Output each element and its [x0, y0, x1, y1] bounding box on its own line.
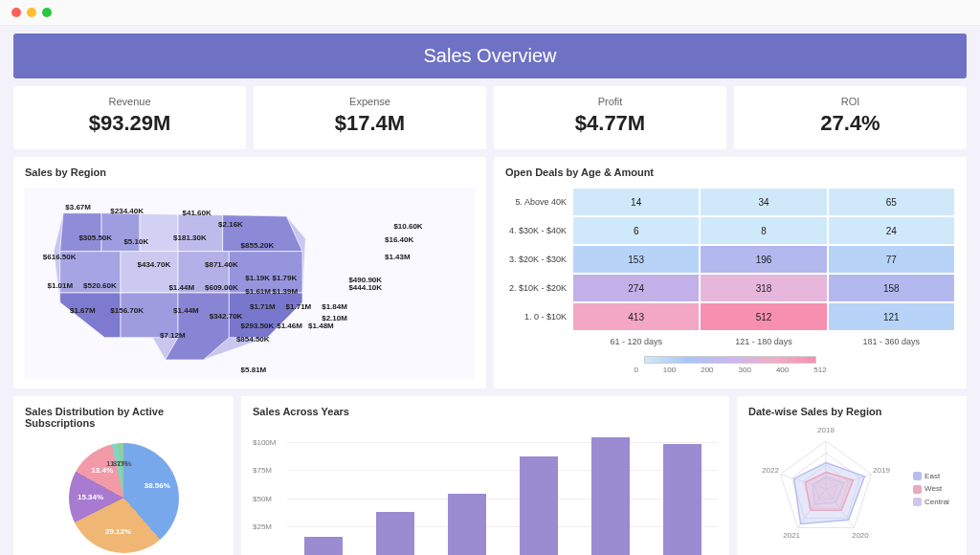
pie-chart[interactable]: 38.56%29.12%15.34%13.4%1.81%1.77% — [69, 443, 179, 553]
page-title: Sales Overview — [13, 33, 967, 78]
svg-text:2020: 2020 — [852, 531, 869, 540]
kpi-label: Revenue — [13, 96, 246, 107]
map-value-tag: $609.00K — [205, 283, 238, 292]
heatmap-row-label: 3. $20K - $30K — [505, 245, 572, 274]
minimize-icon[interactable] — [27, 8, 36, 17]
radar-legend-item[interactable]: Central — [913, 498, 949, 506]
card-title: Sales by Region — [25, 166, 475, 178]
us-map[interactable]: $3.67M$234.40K$41.60K$2.16K$10.60K$16.40… — [25, 188, 475, 379]
svg-text:2022: 2022 — [762, 466, 779, 475]
kpi-row: Revenue $93.29M Expense $17.4M Profit $4… — [13, 86, 967, 149]
bar-chart[interactable]: $25M$50M$75M$100M 2017201820192020202120… — [253, 427, 718, 555]
sales-by-region-card: Sales by Region — [13, 157, 486, 388]
card-title: Sales Across Years — [253, 406, 718, 417]
map-value-tag: $854.50K — [236, 335, 270, 344]
heatmap-cell[interactable]: 14 — [572, 188, 700, 216]
kpi-profit[interactable]: Profit $4.77M — [494, 86, 726, 149]
radar-chart[interactable]: 20182019202020212022 — [754, 427, 907, 551]
radar-card: Date-wise Sales by Region 20182019202020… — [737, 396, 967, 555]
radar-legend: EastWestCentral — [913, 472, 949, 506]
heatmap-row-label: 5. Above 40K — [505, 188, 572, 216]
bar[interactable] — [448, 494, 486, 555]
map-value-tag: $16.40K — [385, 235, 413, 244]
heatmap-row-label: 1. 0 - $10K — [505, 302, 572, 331]
kpi-label: Profit — [494, 96, 726, 107]
heatmap-cell[interactable]: 8 — [700, 216, 827, 245]
map-value-tag: $1.67M — [70, 306, 96, 315]
kpi-value: $93.29M — [13, 111, 246, 136]
heatmap-x-labels: 61 - 120 days121 - 180 days181 - 360 day… — [505, 337, 955, 346]
radar-legend-item[interactable]: West — [913, 484, 949, 493]
heatmap-cell[interactable]: 6 — [572, 216, 700, 245]
maximize-icon[interactable] — [42, 8, 52, 17]
pie-slice-label: 1.77% — [110, 459, 132, 468]
map-value-tag: $7.12M — [160, 331, 186, 340]
svg-text:2019: 2019 — [873, 466, 890, 475]
map-value-tag: $342.70K — [210, 312, 243, 321]
card-title: Open Deals by Age & Amount — [505, 166, 955, 178]
map-value-tag: $293.50K — [241, 322, 275, 330]
heatmap-cell[interactable]: 158 — [828, 274, 955, 302]
map-value-tag: $520.60K — [83, 281, 117, 290]
map-value-tag: $444.10K — [348, 283, 382, 292]
svg-text:2018: 2018 — [817, 427, 835, 434]
map-value-tag: $181.30K — [173, 233, 207, 242]
map-value-tag: $41.60K — [183, 209, 212, 217]
bar[interactable] — [520, 456, 558, 555]
window-controls — [0, 0, 980, 26]
card-title: Sales Distribution by Active Subscriptio… — [25, 406, 222, 429]
kpi-label: Expense — [254, 96, 486, 107]
kpi-value: 27.4% — [734, 111, 967, 136]
kpi-revenue[interactable]: Revenue $93.29M — [13, 86, 246, 149]
map-value-tag: $1.46M — [277, 322, 302, 330]
bar[interactable] — [591, 437, 630, 555]
heatmap-row-label: 2. $10K - $20K — [505, 274, 572, 302]
dashboard: Sales Overview Revenue $93.29M Expense $… — [0, 26, 980, 555]
close-icon[interactable] — [11, 8, 21, 17]
kpi-roi[interactable]: ROI 27.4% — [734, 86, 967, 149]
kpi-expense[interactable]: Expense $17.4M — [254, 86, 486, 149]
map-value-tag: $1.43M — [385, 253, 411, 261]
map-value-tag: $855.20K — [241, 241, 275, 250]
map-value-tag: $1.44M — [173, 306, 199, 315]
map-value-tag: $10.60K — [393, 222, 422, 231]
map-value-tag: $156.70K — [110, 306, 144, 315]
map-value-tag: $1.19K — [245, 274, 270, 282]
heatmap-cell[interactable]: 196 — [700, 245, 827, 274]
map-value-tag: $1.71M — [286, 302, 312, 311]
heatmap-cell[interactable]: 77 — [828, 245, 955, 274]
heatmap-cell[interactable]: 121 — [828, 302, 955, 331]
radar-legend-item[interactable]: East — [913, 472, 949, 480]
heatmap[interactable]: 5. Above 40K1434654. $30K - $40K68243. $… — [505, 188, 955, 331]
kpi-label: ROI — [734, 96, 967, 107]
map-value-tag: $5.10K — [123, 237, 148, 246]
heatmap-cell[interactable]: 318 — [700, 274, 827, 302]
map-value-tag: $434.70K — [138, 260, 171, 269]
heatmap-legend — [505, 356, 955, 364]
heatmap-cell[interactable]: 274 — [572, 274, 700, 302]
heatmap-cell[interactable]: 24 — [828, 216, 955, 245]
heatmap-cell[interactable]: 512 — [700, 302, 827, 331]
map-value-tag: $1.01M — [48, 281, 74, 290]
map-value-tag: $2.16K — [218, 220, 243, 229]
svg-text:2021: 2021 — [783, 531, 800, 540]
heatmap-cell[interactable]: 65 — [828, 188, 955, 216]
sales-across-years-card: Sales Across Years $25M$50M$75M$100M 201… — [241, 396, 729, 555]
pie-slice-label: 38.56% — [145, 481, 170, 490]
sales-distribution-pie-card: Sales Distribution by Active Subscriptio… — [13, 396, 234, 555]
kpi-value: $4.77M — [494, 111, 726, 136]
map-value-tag: $1.84M — [322, 302, 347, 311]
heatmap-cell[interactable]: 34 — [700, 188, 827, 216]
bar[interactable] — [304, 537, 343, 555]
heatmap-cell[interactable]: 413 — [572, 302, 700, 331]
kpi-value: $17.4M — [254, 111, 486, 136]
bar[interactable] — [663, 444, 702, 555]
map-value-tag: $305.50K — [78, 233, 112, 242]
pie-slice-label: 29.12% — [105, 527, 131, 536]
bar[interactable] — [376, 512, 414, 555]
heatmap-cell[interactable]: 153 — [572, 245, 700, 274]
pie-slice-label: 15.34% — [78, 493, 103, 501]
map-value-tag: $1.61M — [245, 287, 271, 296]
map-value-tag: $1.44M — [168, 283, 194, 292]
heatmap-row-label: 4. $30K - $40K — [505, 216, 572, 245]
